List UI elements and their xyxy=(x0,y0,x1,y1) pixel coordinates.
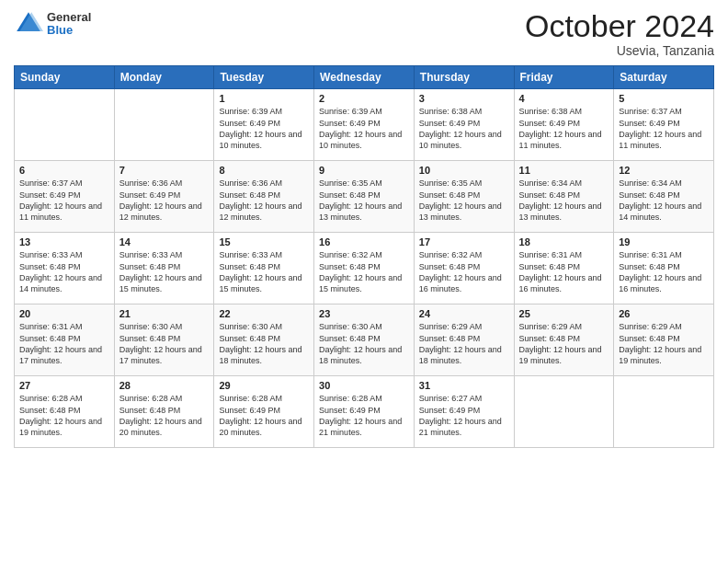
day-number: 6 xyxy=(19,165,109,176)
calendar-cell: 10Sunrise: 6:35 AM Sunset: 6:48 PM Dayli… xyxy=(414,161,514,233)
logo-icon xyxy=(14,9,43,39)
day-number: 31 xyxy=(419,380,509,391)
logo-blue: Blue xyxy=(47,24,91,37)
calendar-cell: 20Sunrise: 6:31 AM Sunset: 6:48 PM Dayli… xyxy=(15,304,115,376)
day-number: 30 xyxy=(319,380,409,391)
calendar-cell: 9Sunrise: 6:35 AM Sunset: 6:48 PM Daylig… xyxy=(314,161,415,233)
calendar-cell: 1Sunrise: 6:39 AM Sunset: 6:49 PM Daylig… xyxy=(214,89,314,161)
calendar-cell: 28Sunrise: 6:28 AM Sunset: 6:48 PM Dayli… xyxy=(114,376,214,448)
day-info: Sunrise: 6:28 AM Sunset: 6:48 PM Dayligh… xyxy=(119,393,210,438)
day-number: 17 xyxy=(419,236,509,247)
calendar-cell: 21Sunrise: 6:30 AM Sunset: 6:48 PM Dayli… xyxy=(114,304,214,376)
day-info: Sunrise: 6:28 AM Sunset: 6:49 PM Dayligh… xyxy=(219,393,309,438)
day-number: 16 xyxy=(319,236,409,247)
logo-text: General Blue xyxy=(47,11,91,38)
calendar-cell: 18Sunrise: 6:31 AM Sunset: 6:48 PM Dayli… xyxy=(514,233,614,304)
day-number: 20 xyxy=(19,308,109,319)
day-info: Sunrise: 6:34 AM Sunset: 6:48 PM Dayligh… xyxy=(619,178,709,223)
day-number: 5 xyxy=(619,93,709,104)
calendar-cell: 29Sunrise: 6:28 AM Sunset: 6:49 PM Dayli… xyxy=(214,376,314,448)
calendar-cell: 11Sunrise: 6:34 AM Sunset: 6:48 PM Dayli… xyxy=(514,161,614,233)
day-info: Sunrise: 6:37 AM Sunset: 6:49 PM Dayligh… xyxy=(619,106,709,151)
day-number: 29 xyxy=(219,380,309,391)
logo: General Blue xyxy=(14,9,91,39)
calendar-week-3: 13Sunrise: 6:33 AM Sunset: 6:48 PM Dayli… xyxy=(15,233,714,304)
page: General Blue October 2024 Usevia, Tanzan… xyxy=(0,0,728,563)
calendar-cell: 4Sunrise: 6:38 AM Sunset: 6:49 PM Daylig… xyxy=(514,89,614,161)
day-number: 26 xyxy=(619,308,709,319)
day-number: 15 xyxy=(219,236,309,247)
calendar-cell: 2Sunrise: 6:39 AM Sunset: 6:49 PM Daylig… xyxy=(314,89,415,161)
day-number: 1 xyxy=(219,93,309,104)
calendar-week-2: 6Sunrise: 6:37 AM Sunset: 6:49 PM Daylig… xyxy=(15,161,714,233)
day-info: Sunrise: 6:36 AM Sunset: 6:48 PM Dayligh… xyxy=(219,178,309,223)
day-info: Sunrise: 6:27 AM Sunset: 6:49 PM Dayligh… xyxy=(419,393,509,438)
day-number: 22 xyxy=(219,308,309,319)
calendar-header-wednesday: Wednesday xyxy=(314,66,415,89)
title-block: October 2024 Usevia, Tanzania xyxy=(525,9,714,58)
calendar-header-saturday: Saturday xyxy=(614,66,714,89)
calendar-cell: 7Sunrise: 6:36 AM Sunset: 6:49 PM Daylig… xyxy=(114,161,214,233)
calendar-header-tuesday: Tuesday xyxy=(214,66,314,89)
calendar-header-friday: Friday xyxy=(514,66,614,89)
day-number: 2 xyxy=(319,93,409,104)
day-number: 12 xyxy=(619,165,709,176)
day-info: Sunrise: 6:39 AM Sunset: 6:49 PM Dayligh… xyxy=(219,106,309,151)
day-info: Sunrise: 6:31 AM Sunset: 6:48 PM Dayligh… xyxy=(19,321,109,366)
day-number: 24 xyxy=(419,308,509,319)
day-info: Sunrise: 6:29 AM Sunset: 6:48 PM Dayligh… xyxy=(619,321,709,366)
day-info: Sunrise: 6:28 AM Sunset: 6:48 PM Dayligh… xyxy=(19,393,109,438)
day-info: Sunrise: 6:31 AM Sunset: 6:48 PM Dayligh… xyxy=(619,249,709,294)
day-number: 10 xyxy=(419,165,509,176)
day-info: Sunrise: 6:33 AM Sunset: 6:48 PM Dayligh… xyxy=(119,249,210,294)
day-info: Sunrise: 6:31 AM Sunset: 6:48 PM Dayligh… xyxy=(519,249,609,294)
day-info: Sunrise: 6:35 AM Sunset: 6:48 PM Dayligh… xyxy=(419,178,509,223)
calendar-cell: 24Sunrise: 6:29 AM Sunset: 6:48 PM Dayli… xyxy=(414,304,514,376)
calendar-cell: 19Sunrise: 6:31 AM Sunset: 6:48 PM Dayli… xyxy=(614,233,714,304)
day-info: Sunrise: 6:30 AM Sunset: 6:48 PM Dayligh… xyxy=(319,321,409,366)
day-info: Sunrise: 6:29 AM Sunset: 6:48 PM Dayligh… xyxy=(519,321,609,366)
calendar-cell: 13Sunrise: 6:33 AM Sunset: 6:48 PM Dayli… xyxy=(15,233,115,304)
calendar-cell xyxy=(514,376,614,448)
day-number: 19 xyxy=(619,236,709,247)
day-info: Sunrise: 6:38 AM Sunset: 6:49 PM Dayligh… xyxy=(419,106,509,151)
day-number: 14 xyxy=(119,236,210,247)
day-number: 13 xyxy=(19,236,109,247)
calendar-header-row: SundayMondayTuesdayWednesdayThursdayFrid… xyxy=(15,66,714,89)
day-number: 7 xyxy=(119,165,210,176)
day-info: Sunrise: 6:38 AM Sunset: 6:49 PM Dayligh… xyxy=(519,106,609,151)
calendar-header-thursday: Thursday xyxy=(414,66,514,89)
day-info: Sunrise: 6:39 AM Sunset: 6:49 PM Dayligh… xyxy=(319,106,409,151)
day-number: 23 xyxy=(319,308,409,319)
calendar-table: SundayMondayTuesdayWednesdayThursdayFrid… xyxy=(14,65,714,448)
day-number: 8 xyxy=(219,165,309,176)
day-number: 4 xyxy=(519,93,609,104)
day-info: Sunrise: 6:37 AM Sunset: 6:49 PM Dayligh… xyxy=(19,178,109,223)
calendar-cell: 17Sunrise: 6:32 AM Sunset: 6:48 PM Dayli… xyxy=(414,233,514,304)
day-info: Sunrise: 6:30 AM Sunset: 6:48 PM Dayligh… xyxy=(119,321,210,366)
calendar-cell: 6Sunrise: 6:37 AM Sunset: 6:49 PM Daylig… xyxy=(15,161,115,233)
calendar-cell: 15Sunrise: 6:33 AM Sunset: 6:48 PM Dayli… xyxy=(214,233,314,304)
calendar-cell xyxy=(15,89,115,161)
calendar-cell: 27Sunrise: 6:28 AM Sunset: 6:48 PM Dayli… xyxy=(15,376,115,448)
calendar-week-1: 1Sunrise: 6:39 AM Sunset: 6:49 PM Daylig… xyxy=(15,89,714,161)
calendar-cell: 30Sunrise: 6:28 AM Sunset: 6:49 PM Dayli… xyxy=(314,376,415,448)
day-number: 3 xyxy=(419,93,509,104)
day-info: Sunrise: 6:33 AM Sunset: 6:48 PM Dayligh… xyxy=(219,249,309,294)
calendar-cell: 12Sunrise: 6:34 AM Sunset: 6:48 PM Dayli… xyxy=(614,161,714,233)
calendar-cell: 31Sunrise: 6:27 AM Sunset: 6:49 PM Dayli… xyxy=(414,376,514,448)
day-number: 9 xyxy=(319,165,409,176)
day-info: Sunrise: 6:32 AM Sunset: 6:48 PM Dayligh… xyxy=(419,249,509,294)
location-subtitle: Usevia, Tanzania xyxy=(525,43,714,58)
calendar-cell xyxy=(614,376,714,448)
calendar-cell: 5Sunrise: 6:37 AM Sunset: 6:49 PM Daylig… xyxy=(614,89,714,161)
calendar-cell: 22Sunrise: 6:30 AM Sunset: 6:48 PM Dayli… xyxy=(214,304,314,376)
calendar-cell: 8Sunrise: 6:36 AM Sunset: 6:48 PM Daylig… xyxy=(214,161,314,233)
calendar-cell: 16Sunrise: 6:32 AM Sunset: 6:48 PM Dayli… xyxy=(314,233,415,304)
calendar-cell: 3Sunrise: 6:38 AM Sunset: 6:49 PM Daylig… xyxy=(414,89,514,161)
calendar-cell: 26Sunrise: 6:29 AM Sunset: 6:48 PM Dayli… xyxy=(614,304,714,376)
day-number: 18 xyxy=(519,236,609,247)
calendar-header-sunday: Sunday xyxy=(15,66,115,89)
day-info: Sunrise: 6:29 AM Sunset: 6:48 PM Dayligh… xyxy=(419,321,509,366)
day-info: Sunrise: 6:32 AM Sunset: 6:48 PM Dayligh… xyxy=(319,249,409,294)
